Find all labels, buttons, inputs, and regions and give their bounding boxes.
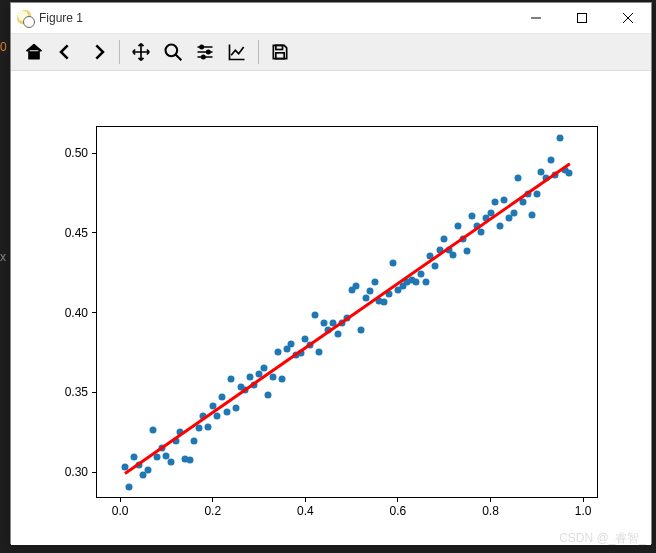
zoom-button[interactable] [158,37,188,67]
svg-point-4 [202,55,205,58]
svg-point-2 [200,45,203,48]
matplotlib-icon [17,10,33,26]
scatter-point [496,222,503,229]
scatter-point [154,454,161,461]
forward-button[interactable] [83,37,113,67]
scatter-point [455,222,462,229]
scatter-point [131,454,138,461]
toolbar [11,34,651,71]
scatter-point [362,294,369,301]
x-tick-label: 0.6 [390,504,407,518]
minimize-button[interactable] [513,3,559,33]
scatter-point [168,458,175,465]
scatter-point [149,427,156,434]
scatter-point [223,409,230,416]
scatter-point [219,393,226,400]
scatter-point [371,278,378,285]
back-button[interactable] [51,37,81,67]
svg-point-3 [207,50,210,53]
maximize-button[interactable] [559,3,605,33]
scatter-point [390,259,397,266]
figure-window: Figure 1 [10,2,652,544]
y-tick-label: 0.50 [65,146,88,160]
y-tick-label: 0.45 [65,226,88,240]
scatter-point [265,391,272,398]
scatter-point [214,412,221,419]
scatter-point [246,374,253,381]
scatter-point [367,288,374,295]
configure-button[interactable] [190,37,220,67]
scatter-point [353,283,360,290]
home-button[interactable] [19,37,49,67]
x-tick-label: 1.0 [575,504,592,518]
scatter-point [529,211,536,218]
watermark: CSDN @_睿智_ [559,530,646,547]
plot-area[interactable]: 0.300.350.400.450.500.00.20.40.60.81.0 [11,71,651,545]
scatter-point [334,331,341,338]
x-tick-label: 0.4 [297,504,314,518]
scatter-point [556,135,563,142]
regression-line [124,162,570,474]
y-tick: 0.35 [65,385,97,399]
scatter-point [195,425,202,432]
scatter-point [228,375,235,382]
scatter-point [464,248,471,255]
scatter-point [311,312,318,319]
scatter-point [431,262,438,269]
scatter-point [316,348,323,355]
scatter-point [533,190,540,197]
y-tick: 0.30 [65,465,97,479]
x-tick: 0.2 [203,497,223,518]
save-button[interactable] [265,37,295,67]
y-tick: 0.40 [65,306,97,320]
scatter-point [126,484,133,491]
svg-rect-0 [578,14,587,23]
scatter-point [191,438,198,445]
x-tick: 0.0 [110,497,130,518]
scatter-point [186,457,193,464]
close-button[interactable] [605,3,651,33]
scatter-point [469,213,476,220]
svg-rect-5 [276,45,283,49]
scatter-point [418,270,425,277]
toolbar-divider [119,40,120,64]
axes: 0.300.350.400.450.500.00.20.40.60.81.0 [96,126,598,498]
window-title: Figure 1 [39,11,83,25]
scatter-point [547,157,554,164]
scatter-point [274,348,281,355]
scatter-point [269,374,276,381]
x-tick-label: 0.2 [204,504,221,518]
svg-point-1 [166,45,178,57]
scatter-point [144,466,151,473]
pan-button[interactable] [126,37,156,67]
svg-rect-6 [276,53,284,59]
x-tick: 1.0 [573,497,593,518]
scatter-point [492,198,499,205]
scatter-point [260,364,267,371]
scatter-point [205,423,212,430]
scatter-point [381,299,388,306]
scatter-point [279,375,286,382]
scatter-point [478,229,485,236]
scatter-point [232,404,239,411]
scatter-point [288,340,295,347]
y-tick-label: 0.35 [65,385,88,399]
scatter-point [450,251,457,258]
y-tick-label: 0.30 [65,465,88,479]
x-tick: 0.8 [481,497,501,518]
scatter-point [515,175,522,182]
scatter-point [422,278,429,285]
x-tick: 0.4 [295,497,315,518]
x-tick: 0.6 [388,497,408,518]
x-tick-label: 0.8 [482,504,499,518]
scatter-point [501,197,508,204]
scatter-point [357,326,364,333]
y-tick: 0.50 [65,146,97,160]
titlebar: Figure 1 [11,3,651,34]
scatter-point [566,170,573,177]
y-tick: 0.45 [65,226,97,240]
y-tick-label: 0.40 [65,306,88,320]
toolbar-divider [258,40,259,64]
scatter-point [441,235,448,242]
edit-button[interactable] [222,37,252,67]
